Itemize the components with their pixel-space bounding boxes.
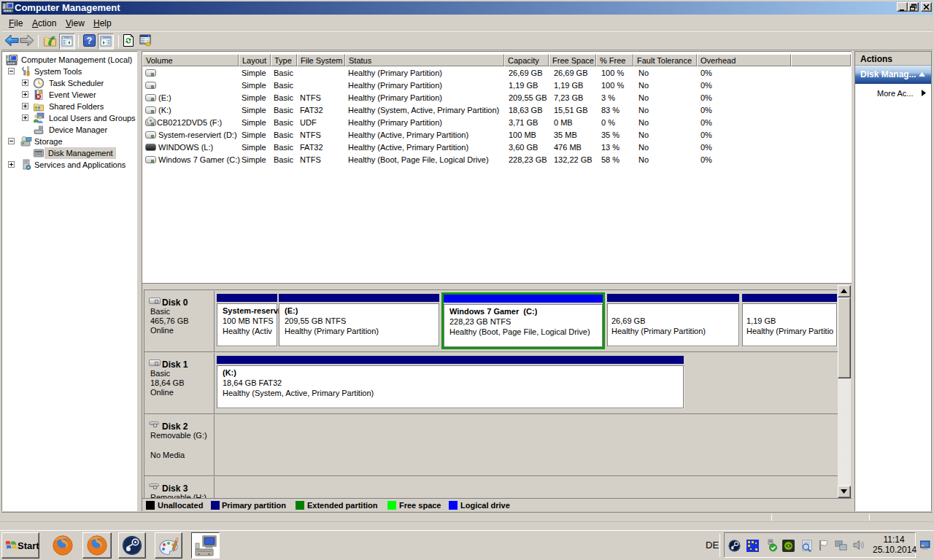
svg-text:?: ? — [87, 36, 92, 46]
